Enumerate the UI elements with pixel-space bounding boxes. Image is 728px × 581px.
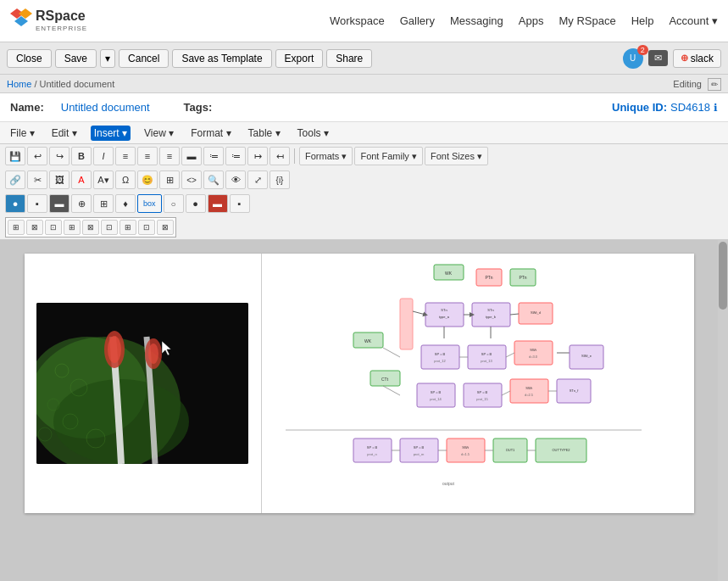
menu-view[interactable]: View ▾ (141, 126, 177, 141)
table-5-btn[interactable]: ⊠ (82, 220, 99, 235)
vertical-scrollbar[interactable] (718, 240, 728, 581)
undo-btn[interactable]: ↩ (27, 147, 47, 165)
nav-help[interactable]: Help (631, 14, 654, 27)
menu-table[interactable]: Table ▾ (245, 126, 284, 141)
ol-btn[interactable]: ≔ (225, 147, 246, 165)
bold-btn[interactable]: B (71, 147, 92, 165)
source-btn[interactable]: {i} (270, 170, 290, 189)
editing-icon[interactable]: ✏ (708, 78, 721, 91)
nav-workspace[interactable]: Workspace (330, 14, 385, 27)
table-9-btn[interactable]: ⊠ (157, 220, 174, 235)
main-container: RSpace ENTERPRISE Workspace Gallery Mess… (0, 0, 728, 581)
menu-tools[interactable]: Tools ▾ (294, 126, 332, 141)
font-sizes-dropdown[interactable]: Font Sizes ▾ (425, 147, 488, 165)
red-square-btn[interactable]: ▬ (208, 194, 228, 213)
ul-btn[interactable]: ≔ (203, 147, 224, 165)
outdent-btn[interactable]: ↤ (270, 147, 290, 165)
nav-messaging[interactable]: Messaging (450, 14, 503, 27)
editor-body: WK PTn PTn (0, 240, 728, 581)
table-3-btn[interactable]: ⊡ (45, 220, 62, 235)
dropbox-btn[interactable]: ♦ (115, 194, 136, 213)
breadcrumb-home[interactable]: Home (7, 79, 31, 89)
save-button[interactable]: Save (55, 49, 97, 68)
formats-dropdown[interactable]: Formats ▾ (299, 147, 353, 165)
menu-insert[interactable]: Insert ▾ (91, 126, 131, 141)
svg-text:prot_n: prot_n (367, 452, 376, 456)
toolbar-row: Close Save ▾ Cancel Save as Template Exp… (0, 42, 728, 75)
font-family-dropdown[interactable]: Font Family ▾ (354, 147, 423, 165)
svg-text:SP = B: SP = B (481, 352, 492, 356)
export-button[interactable]: Export (275, 49, 324, 68)
menu-format[interactable]: Format ▾ (187, 126, 234, 141)
unique-id-info-icon[interactable]: ℹ (714, 102, 718, 114)
nav-myrspace[interactable]: My RSpace (559, 14, 615, 27)
table-4-btn[interactable]: ⊞ (64, 220, 81, 235)
menu-edit[interactable]: Edit ▾ (48, 126, 81, 141)
blue-circle-btn[interactable]: ● (5, 194, 25, 213)
svg-text:STn_f: STn_f (569, 388, 579, 393)
close-button[interactable]: Close (7, 49, 52, 68)
svg-text:RSpace: RSpace (36, 8, 86, 23)
table-6-btn[interactable]: ⊡ (101, 220, 118, 235)
doc-name-value: Untitled document (61, 101, 150, 114)
preview-btn[interactable]: 👁 (225, 170, 246, 189)
justify-btn[interactable]: ▬ (181, 147, 202, 165)
small-dot-btn[interactable]: ▪ (230, 194, 250, 213)
github-btn[interactable]: ○ (164, 194, 184, 213)
link-btn[interactable]: 🔗 (5, 170, 25, 189)
scrollbar-thumb[interactable] (719, 242, 727, 310)
align-center-btn[interactable]: ≡ (137, 147, 158, 165)
svg-text:SP = B: SP = B (366, 445, 377, 450)
table-7-btn[interactable]: ⊞ (119, 220, 136, 235)
small-square-btn[interactable]: ▪ (27, 194, 47, 213)
menu-file[interactable]: File ▾ (7, 126, 38, 141)
table-btn[interactable]: ⊞ (159, 170, 180, 189)
search-btn[interactable]: 🔍 (203, 170, 224, 189)
circle-fill-btn[interactable]: ● (186, 194, 206, 213)
align-right-btn[interactable]: ≡ (159, 147, 180, 165)
email-button[interactable]: ✉ (648, 50, 668, 66)
save-template-button[interactable]: Save as Template (172, 49, 271, 68)
toolbar-row-2: 🔗 ✂ 🖼 A A▾ Ω 😊 ⊞ <> 🔍 👁 ⤢ {i} (0, 168, 728, 192)
indent-btn[interactable]: ↦ (247, 147, 268, 165)
toolbar-right: U 2 ✉ ⊕ slack (623, 48, 721, 69)
nav-account[interactable]: Account ▾ (669, 14, 718, 27)
font-color-btn[interactable]: A (71, 170, 92, 189)
table-8-btn[interactable]: ⊡ (138, 220, 155, 235)
unique-id-label: Unique ID: (612, 101, 667, 114)
table-2-btn[interactable]: ⊠ (26, 220, 43, 235)
toolbar-row-4: ⊞ ⊠ ⊡ ⊞ ⊠ ⊡ ⊞ ⊡ ⊠ (0, 215, 728, 239)
emoji-btn[interactable]: 😊 (137, 170, 158, 189)
unlink-btn[interactable]: ✂ (27, 170, 47, 189)
highlight-btn[interactable]: A▾ (93, 170, 114, 189)
dark-btn[interactable]: ▬ (49, 194, 69, 213)
svg-rect-74 (400, 439, 438, 462)
svg-text:PTn: PTn (519, 275, 526, 280)
special-char-btn[interactable]: Ω (115, 170, 136, 189)
table-1-btn[interactable]: ⊞ (8, 220, 25, 235)
nav-apps[interactable]: Apps (519, 14, 544, 27)
svg-text:output: output (442, 481, 455, 486)
box-btn[interactable]: box (137, 194, 162, 213)
slack-button[interactable]: ⊕ slack (673, 49, 721, 68)
nav-gallery[interactable]: Gallery (400, 14, 435, 27)
italic-btn[interactable]: I (93, 147, 114, 165)
add-btn[interactable]: ⊕ (71, 194, 92, 213)
save-icon-btn[interactable]: 💾 (5, 147, 25, 165)
two-column-layout: WK PTn PTn (25, 254, 694, 513)
redo-btn[interactable]: ↪ (49, 147, 69, 165)
breadcrumb: Home / Untitled document (7, 79, 114, 89)
fullscreen-btn[interactable]: ⤢ (247, 170, 268, 189)
page-content: WK PTn PTn (25, 254, 694, 513)
image-btn[interactable]: 🖼 (49, 170, 69, 189)
align-left-btn[interactable]: ≡ (115, 147, 136, 165)
notifications-badge[interactable]: 2 (637, 45, 648, 55)
grid-btn[interactable]: ⊞ (93, 194, 114, 213)
cancel-button[interactable]: Cancel (119, 49, 169, 68)
share-button[interactable]: Share (326, 49, 372, 68)
logo-area: RSpace ENTERPRISE (10, 5, 103, 37)
code-btn[interactable]: <> (181, 170, 202, 189)
save-dropdown-button[interactable]: ▾ (100, 49, 115, 68)
svg-line-32 (413, 311, 425, 315)
svg-rect-23 (400, 299, 413, 349)
